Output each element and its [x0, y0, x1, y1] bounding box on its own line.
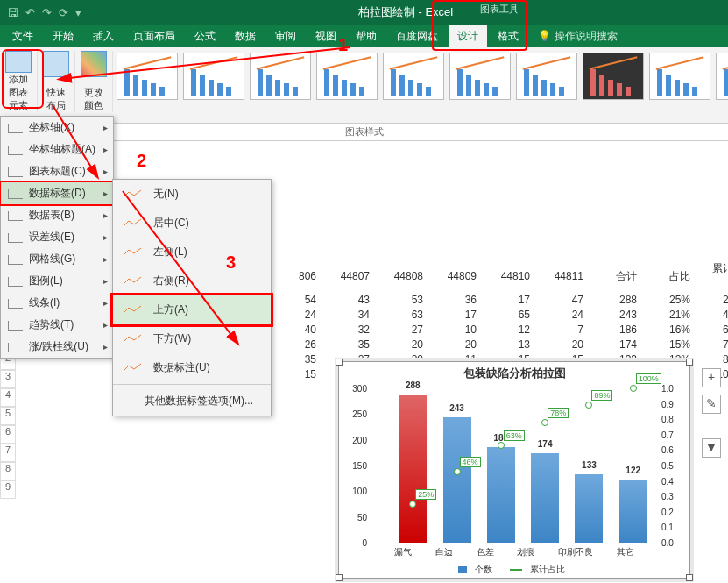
style-thumb[interactable] [449, 53, 511, 100]
add-element-icon [5, 51, 32, 73]
tab-home[interactable]: 开始 [44, 25, 82, 47]
tab-design[interactable]: 设计 [449, 25, 487, 47]
chart-styles-gallery[interactable] [113, 51, 728, 102]
axes-icon [8, 123, 22, 133]
style-thumb[interactable] [649, 53, 710, 100]
menu-axis-titles[interactable]: 坐标轴标题(A)▸ [1, 139, 113, 141]
lightbulb-icon: 💡 [538, 30, 551, 42]
quick-layout-icon [43, 51, 69, 77]
tab-formula[interactable]: 公式 [186, 25, 224, 47]
menu-axes[interactable]: 坐标轴(X)▸ [1, 117, 113, 139]
save-icon[interactable]: 🖫 [7, 6, 18, 19]
style-thumb[interactable] [183, 53, 244, 100]
style-thumb[interactable] [516, 53, 577, 100]
style-thumb[interactable] [316, 53, 378, 100]
tab-format[interactable]: 格式 [489, 25, 527, 47]
colors-icon [81, 51, 107, 77]
undo-icon[interactable]: ↶ [25, 6, 35, 19]
ribbon-tabs: 文件 开始 插入 页面布局 公式 数据 审阅 视图 帮助 百度网盘 设计 格式 … [0, 25, 728, 47]
chart-tools-label: 图表工具 [480, 3, 519, 16]
title-bar: 🖫 ↶ ↷ ⟳ ▾ 柏拉图绘制 - Excel [0, 0, 728, 25]
annotation-1: 1 [338, 35, 348, 55]
add-chart-element-button[interactable]: 添加图表 元素 [0, 51, 38, 112]
change-colors-button[interactable]: 更改 颜色 [75, 51, 113, 112]
quick-layout-button[interactable]: 快速布局 [38, 51, 75, 112]
redo-icon[interactable]: ↷ [42, 6, 52, 19]
tab-review[interactable]: 审阅 [266, 25, 305, 47]
quick-access-toolbar: 🖫 ↶ ↷ ⟳ ▾ [7, 6, 81, 19]
tab-layout[interactable]: 页面布局 [124, 25, 184, 47]
tab-data[interactable]: 数据 [226, 25, 265, 47]
refresh-icon[interactable]: ⟳ [59, 6, 68, 19]
touch-icon[interactable]: ▾ [75, 6, 81, 19]
style-thumb[interactable] [250, 53, 311, 100]
style-thumb[interactable] [383, 53, 444, 100]
tab-baidu[interactable]: 百度网盘 [387, 25, 447, 47]
ribbon: 添加图表 元素 快速布局 更改 颜色 [0, 47, 728, 124]
add-element-menu: 坐标轴(X)▸ 坐标轴标题(A)▸ 图表标题(C)▸ 数据标签(D)▸ 数据表(… [0, 116, 114, 141]
style-thumb[interactable] [716, 53, 728, 100]
tell-me-search[interactable]: 💡 操作说明搜索 [538, 29, 618, 44]
window-title: 柏拉图绘制 - Excel [90, 4, 721, 20]
tab-help[interactable]: 帮助 [347, 25, 385, 47]
tab-insert[interactable]: 插入 [84, 25, 123, 47]
style-thumb[interactable] [117, 53, 178, 100]
style-thumb[interactable] [583, 53, 644, 100]
tab-file[interactable]: 文件 [4, 25, 42, 47]
